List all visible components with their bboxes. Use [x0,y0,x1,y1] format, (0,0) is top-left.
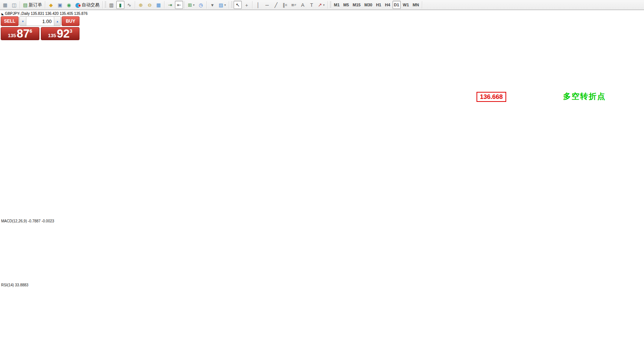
sell-price-box[interactable]: 135 87 6 [1,27,39,40]
volume-input[interactable]: 1.00 [26,17,54,26]
buy-price-big: 92 [57,29,69,39]
sell-price-pip: 6 [29,28,32,34]
volume-stepper: ▼ 1.00 ▲ [19,16,61,26]
pivot-annotation-text[interactable]: 多空转折点 [563,91,606,102]
one-click-trading-panel: SELL ▼ 1.00 ▲ BUY 135 87 6 135 92 3 [1,16,79,40]
buy-price-prefix: 135 [48,32,56,39]
chart-canvas[interactable] [0,0,644,354]
window-corner-icon: ◣ [1,12,4,16]
buy-price-box[interactable]: 135 92 3 [41,27,79,40]
price-callout-label[interactable]: 136.668 [477,92,506,102]
volume-increase-button[interactable]: ▲ [54,17,61,26]
macd-label: MACD(12,26,9) -0.7887 -0.0023 [1,219,54,223]
sell-price-big: 87 [17,29,29,39]
symbol-ohlc-text: GBPJPY-,Daily 135.831 136.420 135.405 13… [5,12,88,16]
chart-title: ◣GBPJPY-,Daily 135.831 136.420 135.405 1… [1,12,88,16]
buy-button[interactable]: BUY [62,16,79,26]
buy-price-pip: 3 [69,28,72,34]
mt4-terminal: ▦◫▤新订单◆▣◉⬤自动交易▥▮∿⊕⊖▦⇥⇤⊞▾◷▾▨▾↖＋│─╱∥E≡FAT↗… [0,0,644,354]
volume-decrease-button[interactable]: ▼ [20,17,26,26]
sell-price-prefix: 135 [8,32,16,39]
rsi-label: RSI(14) 33.8883 [1,283,28,287]
sell-button[interactable]: SELL [1,16,19,26]
